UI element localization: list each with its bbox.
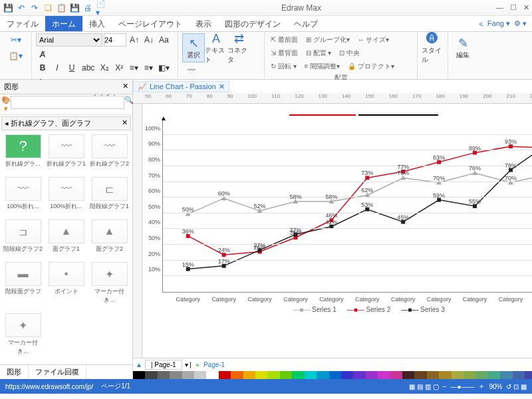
view-icons[interactable]: ▦ ▤ ▥ ▢ — [409, 383, 438, 390]
quick-access-toolbar: 💾 ↶ ↷ ❏ 📋 💾 🖨 📄▾ — [3, 3, 106, 13]
redo-icon[interactable]: ↷ — [29, 3, 40, 13]
arrange-item[interactable]: ↻ 回転 ▾ — [269, 60, 299, 73]
shape-search-input[interactable] — [11, 96, 124, 109]
chart-canvas[interactable]: ▲▶ 10%20%30%40%50%60%70%80%90%100%Catego… — [142, 104, 532, 358]
bottom-tab-recover[interactable]: ファイル回復 — [29, 365, 86, 379]
clear-format-icon[interactable]: A̸ — [36, 48, 49, 61]
zoom-value: 90% — [489, 383, 502, 390]
zoom-in-icon[interactable]: ＋ — [478, 382, 485, 391]
arrange-item[interactable]: ≡ 間隔調整▾ — [303, 60, 342, 73]
close-icon[interactable]: ✕ — [122, 118, 128, 128]
page-tab-b[interactable]: Page-1 — [203, 361, 225, 368]
tab-4[interactable]: 表示 — [189, 16, 218, 31]
tool-コネクタ[interactable]: ⇄コネクタ — [227, 33, 250, 63]
zoom-slider[interactable]: —●—— — [450, 383, 474, 390]
shape-item[interactable]: ✦マーカー付き... — [3, 313, 43, 362]
tool-テキスト[interactable]: Aテキスト — [205, 33, 227, 63]
shape-item[interactable]: 〰100%折れ... — [46, 177, 86, 217]
user-menu[interactable]: Fang ▾ — [487, 19, 510, 28]
panel-title: 図形 — [4, 82, 19, 92]
color-swatches[interactable] — [133, 371, 532, 379]
shape-item[interactable]: ⊏階段線グラフ1 — [89, 177, 130, 217]
ruler-horizontal: 5060708090100110120130140150160170180190… — [133, 93, 532, 104]
arrange-item[interactable]: ⇲ 最背面 — [269, 47, 300, 60]
highlight-button[interactable]: ◧▾ — [156, 61, 172, 74]
status-bar: https://www.edrawsoft.com/jp/ ページ1/1 ▦ ▤… — [0, 379, 532, 394]
share-icon[interactable]: < — [479, 20, 483, 28]
shape-item[interactable]: ▬階段面グラフ — [3, 262, 43, 311]
shape-item[interactable]: ▲面グラフ1 — [46, 219, 86, 259]
tab-0[interactable]: ファイル — [0, 16, 45, 31]
font-shrink-icon[interactable]: A↓ — [142, 33, 156, 47]
tool-選択[interactable]: ↖選択 — [182, 33, 205, 63]
shape-item[interactable]: ?折れ線グラ... — [3, 134, 43, 174]
arrange-item[interactable]: ⊡ 中央 — [337, 47, 362, 60]
arrange-item[interactable]: ⊞ グループ化▾ — [304, 33, 352, 47]
tab-6[interactable]: ヘルプ — [287, 16, 325, 31]
strike-button[interactable]: abc — [80, 61, 96, 74]
numbering-button[interactable]: ≡▾ — [142, 61, 155, 74]
edit-button[interactable]: ✎編集 — [452, 33, 473, 63]
underline-button[interactable]: U — [65, 61, 78, 74]
arrange-item[interactable]: ↔ サイズ▾ — [356, 33, 392, 47]
tab-5[interactable]: 図形のデザイン — [218, 16, 287, 31]
tab-2[interactable]: 挿入 — [82, 16, 112, 31]
subscript-button[interactable]: X₂ — [98, 61, 111, 74]
arrange-item[interactable]: ⇱ 最前面 — [269, 33, 300, 47]
zoom-out-icon[interactable]: − — [443, 383, 447, 390]
nav-up-icon[interactable]: ▲ — [136, 361, 142, 368]
shape-item[interactable]: 〰折れ線グラフ2 — [89, 134, 130, 174]
export-icon[interactable]: 📄▾ — [96, 3, 106, 13]
status-url[interactable]: https://www.edrawsoft.com/jp/ — [5, 383, 93, 390]
shape-item[interactable]: •ポイント — [46, 262, 86, 311]
arrange-item[interactable]: ⊟ 配置 ▾ — [304, 47, 334, 60]
category-header[interactable]: ◂ 折れ線グラフ、面グラフ✕ — [1, 116, 131, 130]
shape-item[interactable]: 〰折れ線グラフ1 — [46, 134, 86, 174]
ribbon-tabs: ファイルホーム挿入ページレイアウト表示図形のデザインヘルプ < Fang ▾ ⚙… — [0, 16, 532, 32]
sub-tool[interactable]: 〰 — [185, 64, 198, 77]
format-painter-icon[interactable]: ✂▾ — [9, 33, 23, 47]
shape-item[interactable]: 〰100%折れ... — [3, 177, 43, 217]
panel-close-icon[interactable]: ✕ — [122, 82, 128, 92]
undo-icon[interactable]: ↶ — [16, 3, 27, 13]
minimize-button[interactable]: — — [496, 3, 503, 12]
italic-button[interactable]: I — [51, 61, 64, 74]
page-tabs: ▲ | Page-1 ▾ | ＋ Page-1 りっぷ — [133, 358, 532, 371]
style-button[interactable]: 🅐スタイル — [422, 33, 443, 63]
titlebar: 💾 ↶ ↷ ❏ 📋 💾 🖨 📄▾ Edraw Max — ☐ ✕ — [0, 0, 532, 16]
settings-menu[interactable]: ⚙ ▾ — [514, 19, 527, 28]
superscript-button[interactable]: X² — [112, 61, 126, 74]
status-page: ページ1/1 — [101, 382, 130, 391]
save-icon[interactable]: 💾 — [3, 3, 13, 13]
shape-item[interactable]: ✦マーカー付き... — [89, 262, 130, 311]
close-button[interactable]: ✕ — [523, 3, 529, 12]
shape-item[interactable]: ⊐階段線グラフ2 — [3, 219, 43, 259]
font-size-input[interactable] — [104, 33, 126, 47]
extra-icons[interactable]: ↺ ⊡ ▦ — [506, 383, 527, 390]
save2-icon[interactable]: 💾 — [69, 3, 80, 13]
bullets-button[interactable]: ≡▾ — [127, 61, 140, 74]
chart-title-selection[interactable] — [289, 114, 438, 116]
arrange-item[interactable]: 🔒 プロテクト▾ — [346, 60, 396, 73]
tab-close-icon[interactable]: ✕ — [219, 82, 225, 91]
tab-3[interactable]: ページレイアウト — [112, 16, 189, 31]
shape-item[interactable]: ▲面グラフ2 — [89, 219, 130, 259]
bold-button[interactable]: B — [36, 61, 49, 74]
page-tab-a[interactable]: | Page-1 — [145, 360, 182, 370]
paste-icon[interactable]: 📋 — [56, 3, 66, 13]
font-name-select[interactable]: Arial — [36, 33, 102, 47]
bottom-tab-shapes[interactable]: 図形 — [0, 365, 29, 379]
print-icon[interactable]: 🖨 — [82, 3, 93, 13]
palette-icon[interactable]: 🎨▾ — [1, 96, 11, 113]
chart-legend: —■— Series 1—■— Series 2—■— Series 3 — [162, 306, 532, 313]
add-page-icon[interactable]: ＋ — [194, 360, 201, 370]
case-icon[interactable]: Aa — [157, 33, 171, 47]
tab-1[interactable]: ホーム — [45, 16, 82, 31]
search-icon[interactable]: 🔍 — [124, 96, 134, 113]
font-grow-icon[interactable]: A↑ — [128, 33, 141, 47]
clipboard-icon[interactable]: 📋▾ — [7, 49, 25, 63]
document-tab[interactable]: 📈 Line Chart - Passion ✕ — [133, 81, 229, 92]
ribbon: ✂▾ 📋▾ Arial A↑ A↓ Aa A̸ B I U abc X₂ X² … — [0, 32, 532, 80]
copy-icon[interactable]: ❏ — [43, 3, 53, 13]
maximize-button[interactable]: ☐ — [510, 3, 517, 12]
